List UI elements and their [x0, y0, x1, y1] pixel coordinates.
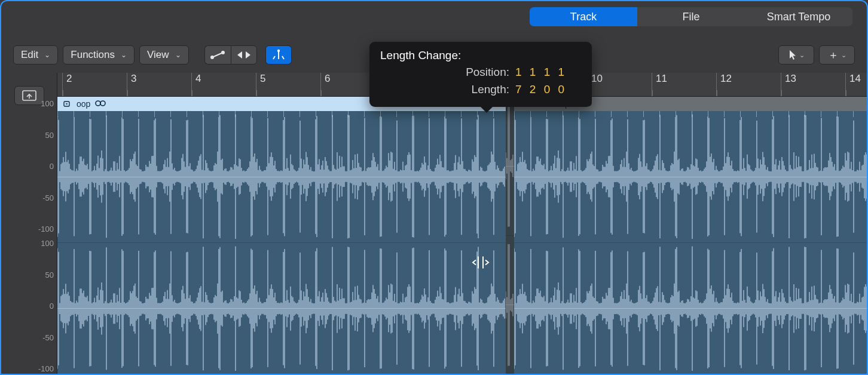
plus-icon: ＋ — [828, 50, 839, 60]
chevron-down-icon: ⌄ — [44, 51, 50, 59]
pointer-icon — [788, 50, 797, 60]
ruler-tick[interactable]: 6 — [320, 73, 330, 96]
channel-left — [514, 111, 868, 242]
ruler-tick[interactable]: 2 — [62, 73, 72, 96]
loop-icon — [95, 99, 106, 109]
mode-tabs[interactable]: Track File Smart Tempo — [530, 7, 852, 26]
ruler-tick[interactable]: 14 — [845, 73, 861, 96]
svg-point-70 — [100, 101, 105, 106]
view-menu-label: View — [147, 49, 169, 61]
amplitude-label: 100 — [1, 239, 57, 248]
svg-point-69 — [96, 101, 100, 106]
region-body — [514, 111, 868, 374]
ruler-tick[interactable]: 5 — [256, 73, 265, 96]
ruler-tick[interactable]: 3 — [127, 73, 136, 96]
automation-mode-button[interactable] — [204, 45, 231, 64]
tooltip-length-label: Length: — [472, 81, 509, 98]
ruler-tick[interactable]: 13 — [781, 73, 796, 96]
ruler-tick[interactable]: 11 — [652, 73, 667, 96]
tab-file[interactable]: File — [637, 7, 745, 26]
region-icon — [63, 100, 72, 108]
amplitude-label: 0 — [1, 302, 57, 311]
track-area[interactable]: oopDrumloop.1 — [57, 97, 867, 374]
flex-mode-button[interactable] — [231, 45, 257, 64]
tab-smart-tempo[interactable]: Smart Tempo — [745, 7, 852, 26]
chevron-down-icon: ⌄ — [799, 51, 805, 59]
tab-track[interactable]: Track — [530, 7, 637, 26]
ruler-tick[interactable]: 4 — [191, 73, 201, 96]
region-body — [57, 111, 506, 374]
amplitude-label: 100 — [1, 99, 57, 108]
audio-region[interactable]: Drumloop.1 — [514, 97, 868, 374]
divide-icon — [272, 49, 285, 61]
region-name: oop — [77, 99, 90, 109]
audio-editor: 100500-50-100100500-50-100 2345678910111… — [1, 73, 867, 374]
amplitude-label: -50 — [1, 193, 57, 202]
svg-point-2 — [277, 50, 279, 52]
functions-menu[interactable]: Functions ⌄ — [63, 45, 135, 64]
ruler-tick[interactable]: 12 — [716, 73, 732, 96]
channel-right — [514, 242, 868, 374]
audio-region[interactable]: oop — [57, 97, 506, 374]
amplitude-label: -50 — [1, 333, 57, 342]
tooltip-position-value: 1 1 1 1 — [515, 63, 581, 81]
edit-menu-label: Edit — [21, 49, 38, 61]
tooltip-length-value: 7 2 0 0 — [515, 81, 581, 98]
amplitude-label: 50 — [1, 131, 57, 140]
amplitude-label: -100 — [1, 225, 57, 233]
secondary-tool[interactable]: ＋ ⌄ — [819, 45, 855, 64]
tooltip-title: Length Change: — [380, 49, 581, 62]
flex-icon — [236, 50, 252, 60]
channel-right — [57, 242, 506, 374]
tooltip-position-label: Position: — [466, 63, 509, 81]
functions-menu-label: Functions — [71, 49, 115, 61]
editor-gutter: 100500-50-100100500-50-100 — [1, 73, 57, 374]
chevron-down-icon: ⌄ — [121, 51, 127, 59]
pointer-tool[interactable]: ⌄ — [778, 45, 814, 64]
channel-left — [57, 111, 506, 242]
mode-icon-group — [204, 45, 257, 64]
amplitude-label: 0 — [1, 162, 57, 171]
amplitude-label: 50 — [1, 271, 57, 279]
edit-menu[interactable]: Edit ⌄ — [13, 45, 58, 64]
length-change-tooltip: Length Change: Position: 1 1 1 1 Length:… — [369, 42, 592, 107]
automation-points-icon — [210, 50, 225, 60]
divide-mode-button[interactable] — [265, 45, 292, 64]
amplitude-label: -100 — [1, 364, 57, 373]
view-menu[interactable]: View ⌄ — [139, 45, 189, 64]
chevron-down-icon: ⌄ — [841, 51, 846, 59]
chevron-down-icon: ⌄ — [175, 51, 181, 59]
